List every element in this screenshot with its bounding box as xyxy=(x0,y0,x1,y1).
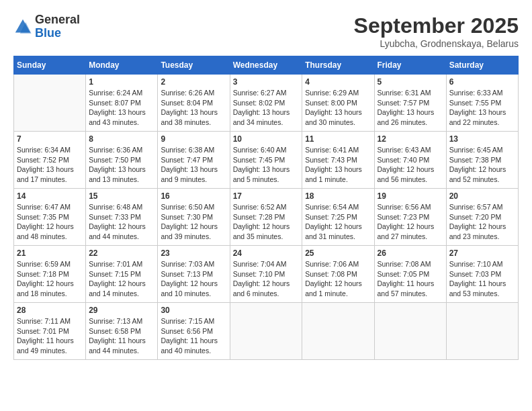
day-number: 15 xyxy=(89,191,154,201)
day-number: 17 xyxy=(233,191,300,201)
weekday-header: Friday xyxy=(374,56,446,75)
weekday-header: Tuesday xyxy=(158,56,230,75)
day-number: 12 xyxy=(378,134,443,144)
day-number: 10 xyxy=(233,134,300,144)
day-number: 11 xyxy=(305,134,371,144)
day-info: Sunrise: 6:27 AMSunset: 8:02 PMDaylight:… xyxy=(233,88,300,128)
weekday-header: Wednesday xyxy=(230,56,302,75)
calendar-cell: 25Sunrise: 7:06 AMSunset: 7:08 PMDayligh… xyxy=(302,246,374,303)
day-info: Sunrise: 6:24 AMSunset: 8:07 PMDaylight:… xyxy=(89,88,154,128)
week-row: 21Sunrise: 6:59 AMSunset: 7:18 PMDayligh… xyxy=(14,246,519,303)
day-info: Sunrise: 7:03 AMSunset: 7:13 PMDaylight:… xyxy=(161,259,226,299)
day-number: 2 xyxy=(161,77,226,87)
day-info: Sunrise: 7:15 AMSunset: 6:56 PMDaylight:… xyxy=(161,316,226,356)
day-info: Sunrise: 6:56 AMSunset: 7:23 PMDaylight:… xyxy=(378,202,443,242)
logo-icon xyxy=(13,17,32,36)
day-number: 27 xyxy=(449,248,515,258)
day-info: Sunrise: 6:43 AMSunset: 7:40 PMDaylight:… xyxy=(378,145,443,185)
day-info: Sunrise: 6:40 AMSunset: 7:45 PMDaylight:… xyxy=(233,145,300,185)
calendar-cell xyxy=(374,303,446,360)
day-number: 24 xyxy=(233,248,300,258)
week-row: 28Sunrise: 7:11 AMSunset: 7:01 PMDayligh… xyxy=(14,303,519,360)
day-number: 4 xyxy=(305,77,371,87)
day-info: Sunrise: 6:57 AMSunset: 7:20 PMDaylight:… xyxy=(449,202,515,242)
day-number: 25 xyxy=(305,248,371,258)
day-number: 1 xyxy=(89,77,154,87)
day-info: Sunrise: 6:45 AMSunset: 7:38 PMDaylight:… xyxy=(449,145,515,185)
weekday-header: Monday xyxy=(86,56,158,75)
day-number: 3 xyxy=(233,77,300,87)
page-header: General Blue September 2025 Lyubcha, Gro… xyxy=(13,13,519,49)
day-number: 6 xyxy=(449,77,515,87)
calendar-table: SundayMondayTuesdayWednesdayThursdayFrid… xyxy=(13,56,519,360)
day-number: 29 xyxy=(89,306,154,315)
calendar-cell: 23Sunrise: 7:03 AMSunset: 7:13 PMDayligh… xyxy=(158,246,230,303)
day-number: 22 xyxy=(89,248,154,258)
day-number: 18 xyxy=(305,191,371,201)
calendar-cell xyxy=(302,303,374,360)
day-number: 9 xyxy=(161,134,226,144)
calendar-cell: 15Sunrise: 6:48 AMSunset: 7:33 PMDayligh… xyxy=(86,189,158,246)
calendar-cell: 27Sunrise: 7:10 AMSunset: 7:03 PMDayligh… xyxy=(446,246,518,303)
calendar-cell: 30Sunrise: 7:15 AMSunset: 6:56 PMDayligh… xyxy=(158,303,230,360)
calendar-cell: 9Sunrise: 6:38 AMSunset: 7:47 PMDaylight… xyxy=(158,132,230,189)
day-number: 8 xyxy=(89,134,154,144)
calendar-cell: 7Sunrise: 6:34 AMSunset: 7:52 PMDaylight… xyxy=(14,132,86,189)
calendar-cell: 19Sunrise: 6:56 AMSunset: 7:23 PMDayligh… xyxy=(374,189,446,246)
day-number: 20 xyxy=(449,191,515,201)
day-info: Sunrise: 6:48 AMSunset: 7:33 PMDaylight:… xyxy=(89,202,154,242)
calendar-cell: 21Sunrise: 6:59 AMSunset: 7:18 PMDayligh… xyxy=(14,246,86,303)
calendar-cell xyxy=(446,303,518,360)
day-info: Sunrise: 6:34 AMSunset: 7:52 PMDaylight:… xyxy=(17,145,83,185)
day-info: Sunrise: 7:06 AMSunset: 7:08 PMDaylight:… xyxy=(305,259,371,299)
day-info: Sunrise: 6:52 AMSunset: 7:28 PMDaylight:… xyxy=(233,202,300,242)
month-title: September 2025 xyxy=(354,13,519,38)
day-number: 14 xyxy=(17,191,83,201)
day-info: Sunrise: 7:04 AMSunset: 7:10 PMDaylight:… xyxy=(233,259,300,299)
day-number: 26 xyxy=(378,248,443,258)
weekday-header-row: SundayMondayTuesdayWednesdayThursdayFrid… xyxy=(14,56,519,75)
week-row: 7Sunrise: 6:34 AMSunset: 7:52 PMDaylight… xyxy=(14,132,519,189)
calendar-cell: 13Sunrise: 6:45 AMSunset: 7:38 PMDayligh… xyxy=(446,132,518,189)
day-info: Sunrise: 7:11 AMSunset: 7:01 PMDaylight:… xyxy=(17,316,83,356)
calendar-cell: 26Sunrise: 7:08 AMSunset: 7:05 PMDayligh… xyxy=(374,246,446,303)
calendar-cell: 5Sunrise: 6:31 AMSunset: 7:57 PMDaylight… xyxy=(374,75,446,132)
calendar-cell: 29Sunrise: 7:13 AMSunset: 6:58 PMDayligh… xyxy=(86,303,158,360)
calendar-cell: 14Sunrise: 6:47 AMSunset: 7:35 PMDayligh… xyxy=(14,189,86,246)
day-info: Sunrise: 7:10 AMSunset: 7:03 PMDaylight:… xyxy=(449,259,515,299)
day-info: Sunrise: 6:38 AMSunset: 7:47 PMDaylight:… xyxy=(161,145,226,185)
location-text: Lyubcha, Grodnenskaya, Belarus xyxy=(354,38,519,49)
day-info: Sunrise: 6:26 AMSunset: 8:04 PMDaylight:… xyxy=(161,88,226,128)
calendar-cell: 12Sunrise: 6:43 AMSunset: 7:40 PMDayligh… xyxy=(374,132,446,189)
calendar-cell: 1Sunrise: 6:24 AMSunset: 8:07 PMDaylight… xyxy=(86,75,158,132)
day-info: Sunrise: 6:47 AMSunset: 7:35 PMDaylight:… xyxy=(17,202,83,242)
day-info: Sunrise: 6:59 AMSunset: 7:18 PMDaylight:… xyxy=(17,259,83,299)
weekday-header: Saturday xyxy=(446,56,518,75)
day-info: Sunrise: 6:50 AMSunset: 7:30 PMDaylight:… xyxy=(161,202,226,242)
calendar-cell: 10Sunrise: 6:40 AMSunset: 7:45 PMDayligh… xyxy=(230,132,302,189)
day-number: 5 xyxy=(378,77,443,87)
day-info: Sunrise: 6:54 AMSunset: 7:25 PMDaylight:… xyxy=(305,202,371,242)
calendar-cell: 18Sunrise: 6:54 AMSunset: 7:25 PMDayligh… xyxy=(302,189,374,246)
calendar-cell: 6Sunrise: 6:33 AMSunset: 7:55 PMDaylight… xyxy=(446,75,518,132)
day-info: Sunrise: 7:13 AMSunset: 6:58 PMDaylight:… xyxy=(89,316,154,356)
day-info: Sunrise: 6:41 AMSunset: 7:43 PMDaylight:… xyxy=(305,145,371,185)
logo: General Blue xyxy=(13,13,80,40)
calendar-cell xyxy=(230,303,302,360)
day-number: 13 xyxy=(449,134,515,144)
day-info: Sunrise: 6:33 AMSunset: 7:55 PMDaylight:… xyxy=(449,88,515,128)
calendar-cell: 8Sunrise: 6:36 AMSunset: 7:50 PMDaylight… xyxy=(86,132,158,189)
calendar-cell: 11Sunrise: 6:41 AMSunset: 7:43 PMDayligh… xyxy=(302,132,374,189)
calendar-cell: 4Sunrise: 6:29 AMSunset: 8:00 PMDaylight… xyxy=(302,75,374,132)
week-row: 14Sunrise: 6:47 AMSunset: 7:35 PMDayligh… xyxy=(14,189,519,246)
week-row: 1Sunrise: 6:24 AMSunset: 8:07 PMDaylight… xyxy=(14,75,519,132)
calendar-cell xyxy=(14,75,86,132)
day-info: Sunrise: 7:08 AMSunset: 7:05 PMDaylight:… xyxy=(378,259,443,299)
weekday-header: Sunday xyxy=(14,56,86,75)
day-number: 16 xyxy=(161,191,226,201)
day-number: 19 xyxy=(378,191,443,201)
day-number: 21 xyxy=(17,248,83,258)
calendar-cell: 2Sunrise: 6:26 AMSunset: 8:04 PMDaylight… xyxy=(158,75,230,132)
calendar-cell: 22Sunrise: 7:01 AMSunset: 7:15 PMDayligh… xyxy=(86,246,158,303)
day-number: 7 xyxy=(17,134,83,144)
